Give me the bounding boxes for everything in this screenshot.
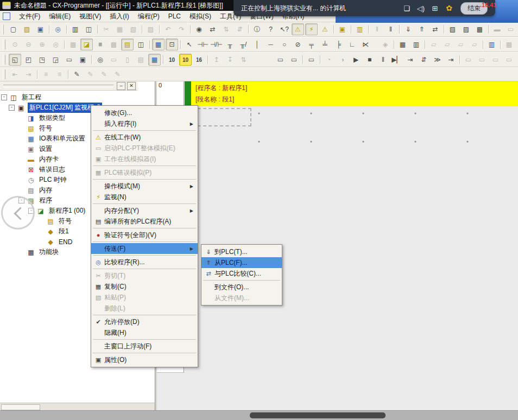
download-to-plc-button[interactable]: ⇓ — [402, 23, 414, 35]
ctx-work-online-simulator[interactable]: ▣ 工作在线模拟器(I) — [91, 154, 198, 164]
trace-sheet-button[interactable]: ▭ — [503, 54, 515, 66]
ctx-monitor[interactable]: ⚡ 监视(N) — [91, 192, 198, 202]
immediate-refresh-button[interactable]: ✎ — [98, 68, 110, 80]
plc-memory-window2-button[interactable]: ▭ — [288, 54, 300, 66]
online-edit-button[interactable]: ▧ — [446, 23, 459, 35]
copy-button[interactable]: ▦ — [113, 23, 126, 35]
window-tile-v-button[interactable]: ◳ — [36, 54, 48, 66]
ctx-allow-docking[interactable]: ✔ 允许停放(D) — [91, 316, 198, 327]
window-tree-button[interactable]: ◫ — [135, 39, 147, 50]
sim-stop-button[interactable]: ■ — [363, 54, 376, 66]
about-button[interactable]: ⓘ — [251, 23, 263, 35]
save-button[interactable]: ▣ — [34, 23, 47, 35]
menu-file[interactable]: 文件(F) — [15, 11, 45, 22]
toolbar-grip[interactable] — [3, 40, 5, 49]
new-coil-button[interactable]: ○ — [278, 39, 290, 50]
sub-to-plc[interactable]: ⇓ 到PLC(T)... — [201, 246, 282, 257]
panel-pin-button[interactable]: – — [117, 82, 125, 90]
workspace-window-button[interactable]: ▣ — [77, 54, 89, 66]
transfer-settings-button[interactable]: ▥ — [410, 39, 422, 50]
ctx-start-plc-pt-simulation[interactable]: ▭ 启动PLC-PT整体模拟(E) — [91, 143, 198, 154]
symbols-window-button[interactable]: ▥ — [485, 39, 498, 50]
menu-insert[interactable]: 插入(I) — [105, 11, 133, 22]
sub-from-file[interactable]: 从文件(M)... — [201, 292, 282, 303]
ctx-work-online[interactable]: ⚠ 在线工作(W) — [91, 132, 198, 143]
toolbar-grip[interactable] — [3, 55, 5, 65]
menu-view[interactable]: 视图(V) — [75, 11, 105, 22]
pause-sampling-button[interactable]: ‖ — [371, 23, 383, 35]
go-to-rung-bottom-button[interactable]: ≡ — [53, 68, 66, 80]
float-window-button[interactable]: ▭ — [63, 54, 75, 66]
menu-edit[interactable]: 编辑(E) — [45, 11, 75, 22]
ctx-memory-allocation[interactable]: 内存分配(Y) ▶ — [91, 205, 198, 216]
display-signed-decimal-button[interactable]: 10 — [179, 54, 192, 66]
ctx-operating-mode[interactable]: 操作模式(M) ▶ — [91, 181, 198, 192]
new-contact-button[interactable]: ⊣⊢ — [197, 39, 209, 50]
tree-expander[interactable]: - — [1, 94, 7, 100]
new-instruction-button[interactable]: ╞ — [332, 39, 345, 50]
horizontal-line-button[interactable]: ─ — [264, 39, 277, 50]
ctx-plc-error-simulation[interactable]: ▦ PLC错误模拟(P) — [91, 167, 198, 178]
delete-row-button[interactable]: ▱ — [441, 39, 453, 50]
toolbar-grip[interactable] — [3, 69, 5, 79]
online-simulator-button[interactable]: ▣ — [336, 23, 349, 35]
menu-program[interactable]: 编程(P) — [134, 11, 164, 22]
output-window-button[interactable]: ▭ — [462, 54, 475, 66]
monitor-in-rung-button[interactable]: ▤ — [121, 39, 134, 50]
program-check-button[interactable]: ◈ — [379, 39, 391, 50]
collapse-sidebar-button[interactable] — [1, 196, 35, 230]
ctx-insert-program[interactable]: 插入程序(I) ▶ — [91, 118, 198, 129]
sub-compare-with-plc[interactable]: ⇄ 与PLC比较(C)... — [201, 268, 282, 279]
tree-item-new-project[interactable]: - ◫ 新工程 — [0, 92, 155, 103]
cross-reference-button[interactable]: ⊡ — [166, 39, 178, 50]
differential-down-button[interactable]: ✎ — [84, 68, 97, 80]
force-off-button[interactable]: ↧ — [224, 54, 236, 66]
force-on-button[interactable]: ↥ — [210, 54, 223, 66]
ctx-properties[interactable]: ▣ 属性(O) — [91, 354, 198, 365]
ctx-modify[interactable]: 修改(G)... — [91, 107, 198, 118]
menu-simulation[interactable]: 模拟(S) — [185, 11, 216, 22]
undo-button[interactable]: ↶ — [162, 23, 174, 35]
previous-reference-button[interactable]: ⇤ — [9, 68, 21, 80]
compile-button[interactable]: ▦ — [396, 39, 409, 50]
watch-window-button[interactable]: ▭ — [504, 23, 517, 35]
speaker-icon[interactable]: ◁) — [414, 4, 428, 12]
replace-button[interactable]: ⇄ — [206, 23, 219, 35]
vertical-line-button[interactable]: │ — [251, 39, 263, 50]
pause-button[interactable]: ‖ — [384, 23, 397, 35]
new-or-closed-contact-button[interactable]: ╥/ — [237, 39, 250, 50]
ctx-float-on-main-window[interactable]: 主窗口上浮动(F) — [91, 341, 198, 352]
select-tool-button[interactable]: ↖ — [183, 39, 195, 50]
find-in-project-button[interactable]: ◎ — [52, 23, 64, 35]
sim-end-button[interactable]: ⇥ — [445, 54, 457, 66]
sim-step-button[interactable]: ▶▏ — [390, 54, 403, 66]
sim-step-over-button[interactable]: ⇥ — [404, 54, 416, 66]
panel-close-button[interactable]: ✕ — [127, 82, 136, 90]
horizontal-scrollbar[interactable] — [0, 410, 518, 420]
mode-run-button[interactable]: ◔ — [323, 54, 335, 66]
ctx-cut[interactable]: ✂ 剪切(T) — [91, 270, 198, 281]
sim-run-to-button[interactable]: ⇵ — [418, 54, 430, 66]
ctx-copy[interactable]: ▦ 复制(C) — [91, 281, 198, 292]
new-or-contact-button[interactable]: ╥ — [224, 39, 236, 50]
window-tile-h-button[interactable]: ◰ — [22, 54, 35, 66]
plc-memory-window-button[interactable]: ▬ — [491, 23, 503, 35]
ctx-hide[interactable]: 隐藏(H) — [91, 327, 198, 338]
falling-contact-button[interactable]: ╧ — [319, 39, 331, 50]
symbol-display-button[interactable]: ◪ — [80, 39, 93, 50]
no-condition-button[interactable]: ✎ — [111, 68, 124, 80]
sub-to-file[interactable]: 到文件(O)... — [201, 282, 282, 292]
zoom-in-button[interactable]: ⊕ — [36, 39, 48, 50]
fullscreen-icon[interactable]: ❏ — [400, 4, 414, 12]
go-to-rung-top-button[interactable]: ≡ — [40, 68, 52, 80]
sim-pause-button[interactable]: ‖ — [377, 54, 389, 66]
tree-expander[interactable]: - — [9, 105, 15, 111]
simulator-connect-button[interactable]: ▥ — [353, 23, 366, 35]
ctx-compile-all-plc-programs[interactable]: ▤ 编译所有的PLC程序(A) — [91, 216, 198, 227]
work-online-button[interactable]: ⚠ — [292, 23, 304, 35]
rising-contact-button[interactable]: ╤ — [305, 39, 318, 50]
print-button[interactable]: ▥ — [69, 23, 81, 35]
zoom-reset-button[interactable]: ⊙ — [9, 39, 21, 50]
cancel-online-edit-button[interactable]: ▩ — [473, 23, 486, 35]
rung-list-button[interactable]: ≡ — [94, 39, 106, 50]
